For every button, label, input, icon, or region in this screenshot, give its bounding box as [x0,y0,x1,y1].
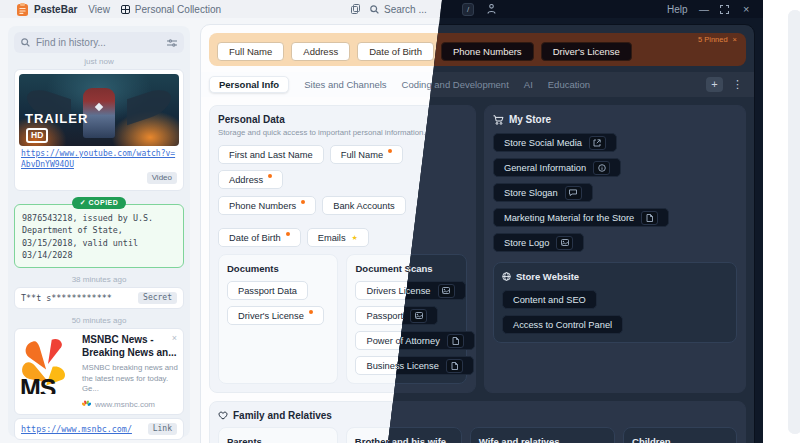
peacock-icon [82,400,91,408]
clip-item-copied-text[interactable]: 9876543218, issued by U.S. Department of… [14,204,184,268]
close-icon[interactable]: × [172,333,177,343]
clip-phone-numbers[interactable]: Phone Numbers [218,196,316,215]
clip-passport-data[interactable]: Passport Data [227,281,308,300]
time-label: just now [14,57,184,66]
app-logo: PasteBar [17,3,77,16]
history-search-input[interactable]: Find in history... [14,32,184,53]
tab-education[interactable]: Education [548,79,590,90]
clip-item-video[interactable]: TRAILER HD https://www.youtube.com/watch… [14,69,184,191]
copied-badge: ✓ COPIED [72,197,127,209]
time-label: 50 minutes ago [14,316,184,325]
external-link-icon [589,136,606,150]
filter-icon [167,39,177,47]
clipboard-history-sidebar: Find in history... just now TRAILER HD h… [8,26,190,437]
clip-first-and-last-name[interactable]: First and Last Name [218,145,324,164]
trailer-overlay-text: TRAILER [25,111,88,126]
clip-store-slogan[interactable]: Store Slogan [493,183,593,202]
image-icon [410,309,427,323]
info-icon [593,161,610,175]
add-board-button[interactable]: + [706,77,723,92]
search-placeholder: Search ... [384,4,427,15]
subboard-store-website: Store Website Content and SEO Access to … [493,262,737,343]
help-button[interactable]: Help [667,0,688,18]
board-my-store: My Store Store Social Media General Info… [484,105,746,393]
clip-item-secret[interactable]: T**t s************ Secret [14,287,184,309]
clip-full-name[interactable]: Full Name [330,145,403,164]
favorite-star-icon: ★ [352,234,358,242]
clip-url-link[interactable]: https://www.youtube.com/watch?v=AbvDnYW9… [19,146,179,172]
background-card-edge [788,10,800,434]
clip-date-of-birth[interactable]: Date of Birth [218,228,301,247]
clip-access-control-panel[interactable]: Access to Control Panel [502,315,623,334]
app-title: PasteBar [34,4,77,15]
pastebar-logo-icon [17,3,28,16]
pinned-clip-address[interactable]: Address [291,42,350,61]
clip-type-badge: Link [148,423,177,435]
globe-icon [502,272,511,281]
clip-item-link[interactable]: https://www.msnbc.com/ Link [14,418,184,440]
pinned-clip-date-of-birth[interactable]: Date of Birth [357,42,434,61]
search-icon [370,5,379,14]
tab-ai[interactable]: AI [524,79,533,90]
tab-sites-and-channels[interactable]: Sites and Channels [304,79,386,90]
clip-address[interactable]: Address [218,170,283,189]
clip-content-and-seo[interactable]: Content and SEO [502,290,597,309]
video-thumbnail: TRAILER HD [19,74,179,146]
clip-emails[interactable]: Emails★ [307,228,369,247]
pinned-dot-icon [286,232,290,236]
secret-badge: Secret [138,292,177,304]
unpin-all-icon[interactable]: × [733,35,737,44]
clip-type-badge: Video [147,172,177,184]
shortcut-slash-key: / [462,0,474,18]
board-title: My Store [509,114,551,125]
image-icon [556,236,573,250]
secret-masked-text: T**t s************ [21,293,133,303]
pinned-dot-icon [268,174,272,178]
file-icon [446,359,463,373]
image-icon [438,284,455,298]
history-search-placeholder: Find in history... [36,37,161,48]
clip-url-link[interactable]: https://www.msnbc.com/ [21,424,143,434]
wing-shape [127,85,171,125]
subboard-parents: Parents Parents' Documents Mom and Dad's… [218,427,338,443]
menu-view[interactable]: View [88,4,110,15]
menu-personal-collection[interactable]: Personal Collection [121,4,221,15]
clip-item-news[interactable]: × MS MSNBC News - Breaking News an... MS… [14,328,184,415]
news-description: MSNBC breaking news and the latest news … [82,363,178,395]
more-options-icon[interactable]: ⋮ [729,77,746,92]
file-icon [447,334,464,348]
minimize-button[interactable]: — [699,0,709,18]
msnbc-logo: MS [20,334,76,394]
close-button[interactable]: × [743,0,749,18]
pinned-clip-drivers-license[interactable]: Driver's License [541,42,632,61]
tab-personal-info[interactable]: Personal Info [209,76,289,93]
board-title: Family and Relatives [233,410,332,421]
news-site-url: www.msnbc.com [95,400,155,409]
clip-store-logo[interactable]: Store Logo [493,233,585,252]
maximize-button[interactable] [720,0,729,18]
msnbc-logo-text: MS [20,374,56,394]
pinned-count-label: 5 Pinned [698,35,728,44]
subboard-documents: Documents Passport Data Driver's License [218,254,338,384]
pinned-clip-phone-numbers[interactable]: Phone Numbers [441,42,534,61]
pinned-dot-icon [309,310,313,314]
clip-bank-accounts[interactable]: Bank Accounts [322,196,406,215]
subboard-children: Children School Teachers Network Access [623,427,737,443]
pinned-clip-full-name[interactable]: Full Name [217,42,284,61]
assistant-icon[interactable] [487,0,496,18]
global-search[interactable]: Search ... [370,0,427,18]
chat-icon [565,186,582,200]
clip-drivers-license-data[interactable]: Driver's License [227,306,324,325]
clip-general-information[interactable]: General Information [493,158,621,177]
time-label: 38 minutes ago [14,275,184,284]
cart-icon [493,115,504,125]
clip-marketing-material[interactable]: Marketing Material for the Store [493,208,669,227]
pinned-dot-icon [388,149,392,153]
file-icon [641,211,658,225]
collection-grid-icon [121,5,130,14]
search-icon [21,38,30,47]
copy-icon[interactable] [351,0,360,18]
hd-badge: HD [26,128,48,143]
heart-icon [218,411,228,420]
clip-store-social-media[interactable]: Store Social Media [493,133,617,152]
